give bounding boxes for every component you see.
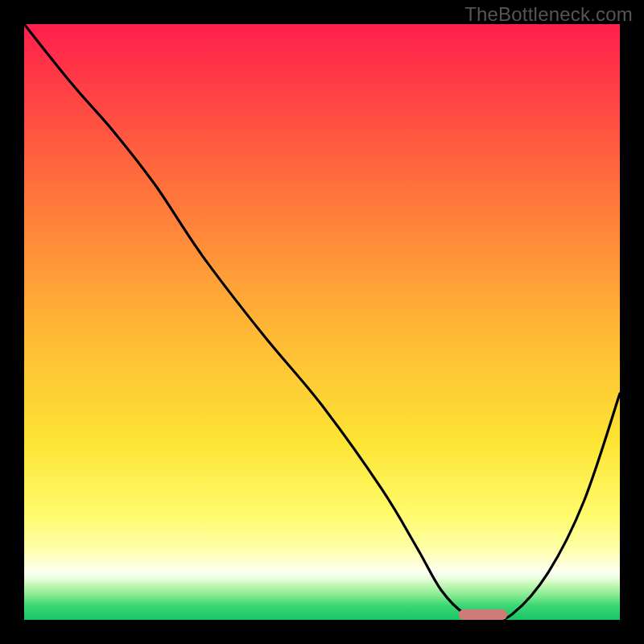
bottleneck-curve — [24, 24, 620, 620]
plot-area — [24, 24, 620, 620]
watermark-text: TheBottleneck.com — [464, 3, 633, 26]
optimum-marker — [459, 609, 507, 620]
chart-frame: TheBottleneck.com — [0, 0, 644, 644]
